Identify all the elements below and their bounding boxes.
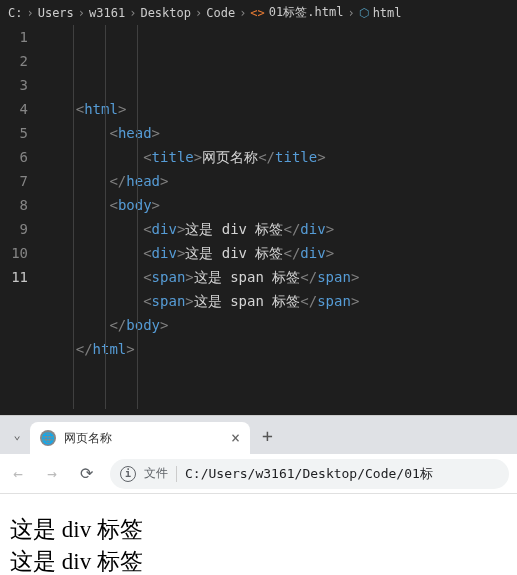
chevron-right-icon: › bbox=[347, 6, 354, 20]
breadcrumb-segment[interactable]: C: bbox=[8, 6, 22, 20]
close-tab-button[interactable]: × bbox=[231, 429, 240, 447]
page-content: 这是 div 标签 这是 div 标签 这是 span 标签 这是 span 标… bbox=[0, 494, 517, 575]
line-gutter: 1234567891011 bbox=[0, 25, 42, 409]
breadcrumb-element[interactable]: html bbox=[373, 6, 402, 20]
tab-bar: ⌄ 🌐 网页名称 × + bbox=[0, 416, 517, 454]
back-button[interactable]: ← bbox=[8, 464, 28, 483]
code-lines: <html> <head> <title>网页名称</title> </head… bbox=[42, 97, 517, 361]
chevron-right-icon: › bbox=[26, 6, 33, 20]
symbol-element-icon: ⬡ bbox=[359, 6, 369, 20]
browser-tab[interactable]: 🌐 网页名称 × bbox=[30, 422, 250, 454]
new-tab-button[interactable]: + bbox=[252, 425, 283, 446]
tabs-dropdown-button[interactable]: ⌄ bbox=[6, 424, 28, 446]
breadcrumb-segment[interactable]: Code bbox=[206, 6, 235, 20]
info-icon[interactable]: i bbox=[120, 466, 136, 482]
chevron-right-icon: › bbox=[195, 6, 202, 20]
chevron-right-icon: › bbox=[239, 6, 246, 20]
code-editor: C:› Users› w3161› Desktop› Code› <> 01标签… bbox=[0, 0, 517, 415]
url-text: C:/Users/w3161/Desktop/Code/01标 bbox=[185, 465, 433, 483]
breadcrumb-segment[interactable]: w3161 bbox=[89, 6, 125, 20]
breadcrumb-file[interactable]: 01标签.html bbox=[269, 4, 344, 21]
breadcrumb[interactable]: C:› Users› w3161› Desktop› Code› <> 01标签… bbox=[0, 0, 517, 25]
address-bar[interactable]: i 文件 C:/Users/w3161/Desktop/Code/01标 bbox=[110, 459, 509, 489]
file-label: 文件 bbox=[144, 465, 168, 482]
chevron-right-icon: › bbox=[129, 6, 136, 20]
divider bbox=[176, 466, 177, 482]
tab-title: 网页名称 bbox=[64, 430, 223, 447]
forward-button[interactable]: → bbox=[42, 464, 62, 483]
file-code-icon: <> bbox=[250, 6, 264, 20]
breadcrumb-segment[interactable]: Users bbox=[38, 6, 74, 20]
globe-icon: 🌐 bbox=[40, 430, 56, 446]
browser-toolbar: ← → ⟳ i 文件 C:/Users/w3161/Desktop/Code/0… bbox=[0, 454, 517, 494]
chevron-right-icon: › bbox=[78, 6, 85, 20]
code-area[interactable]: 1234567891011 <html> <head> <title>网页名称<… bbox=[0, 25, 517, 415]
code-content[interactable]: <html> <head> <title>网页名称</title> </head… bbox=[42, 25, 517, 409]
browser-window: ⌄ 🌐 网页名称 × + ← → ⟳ i 文件 C:/Users/w3161/D… bbox=[0, 415, 517, 575]
breadcrumb-segment[interactable]: Desktop bbox=[140, 6, 191, 20]
rendered-div: 这是 div 标签 bbox=[10, 514, 507, 546]
reload-button[interactable]: ⟳ bbox=[76, 464, 96, 483]
rendered-div: 这是 div 标签 bbox=[10, 546, 507, 575]
